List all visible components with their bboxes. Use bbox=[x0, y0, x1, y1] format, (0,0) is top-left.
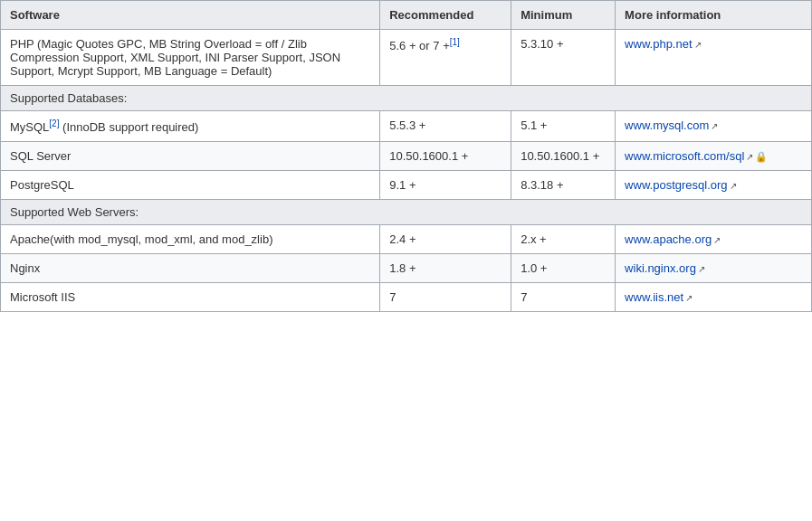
header-minimum: Minimum bbox=[511, 1, 616, 30]
table-row: SQL Server10.50.1600.1 +10.50.1600.1 +ww… bbox=[1, 142, 812, 171]
cell-minimum: 5.3.10 + bbox=[511, 30, 616, 86]
cell-software: Microsoft IIS bbox=[1, 283, 380, 312]
table-row: MySQL[2] (InnoDB support required)5.5.3 … bbox=[1, 111, 812, 142]
more-info-link[interactable]: www.php.net bbox=[625, 37, 701, 51]
cell-recommended: 7 bbox=[380, 283, 511, 312]
table-row: PHP (Magic Quotes GPC, MB String Overloa… bbox=[1, 30, 812, 86]
table-row: PostgreSQL9.1 +8.3.18 +www.postgresql.or… bbox=[1, 171, 812, 200]
requirements-table: Software Recommended Minimum More inform… bbox=[0, 0, 812, 312]
cell-more-info: www.microsoft.com/sql bbox=[616, 142, 812, 171]
cell-software: SQL Server bbox=[1, 142, 380, 171]
table-row: Nginx1.8 +1.0 +wiki.nginx.org bbox=[1, 254, 812, 283]
cell-more-info: www.php.net bbox=[616, 30, 812, 86]
header-recommended: Recommended bbox=[380, 1, 511, 30]
cell-recommended: 5.6 + or 7 +[1] bbox=[380, 30, 511, 86]
header-software: Software bbox=[1, 1, 380, 30]
more-info-link[interactable]: www.mysql.com bbox=[625, 118, 718, 132]
lock-icon bbox=[753, 149, 768, 163]
more-info-link[interactable]: www.apache.org bbox=[625, 232, 721, 246]
software-extra: (InnoDB support required) bbox=[59, 120, 198, 134]
header-more-info: More information bbox=[616, 1, 812, 30]
more-info-link[interactable]: www.postgresql.org bbox=[625, 178, 736, 192]
section-header-label: Supported Databases: bbox=[1, 86, 812, 111]
software-name: MySQL bbox=[10, 120, 49, 134]
cell-more-info: www.mysql.com bbox=[616, 111, 812, 142]
cell-more-info: www.postgresql.org bbox=[616, 171, 812, 200]
cell-software: MySQL[2] (InnoDB support required) bbox=[1, 111, 380, 142]
cell-software: Nginx bbox=[1, 254, 380, 283]
cell-minimum: 2.x + bbox=[511, 225, 616, 254]
section-header-row: Supported Web Servers: bbox=[1, 200, 812, 225]
cell-more-info: wiki.nginx.org bbox=[616, 254, 812, 283]
recommended-sup: [1] bbox=[450, 37, 460, 47]
cell-minimum: 10.50.1600.1 + bbox=[511, 142, 616, 171]
cell-software: Apache(with mod_mysql, mod_xml, and mod_… bbox=[1, 225, 380, 254]
table-row: Microsoft IIS77www.iis.net bbox=[1, 283, 812, 312]
more-info-link[interactable]: www.iis.net bbox=[625, 290, 693, 304]
cell-minimum: 1.0 + bbox=[511, 254, 616, 283]
cell-recommended: 5.5.3 + bbox=[380, 111, 511, 142]
table-row: Apache(with mod_mysql, mod_xml, and mod_… bbox=[1, 225, 812, 254]
cell-software: PHP (Magic Quotes GPC, MB String Overloa… bbox=[1, 30, 380, 86]
cell-recommended: 2.4 + bbox=[380, 225, 511, 254]
cell-recommended: 1.8 + bbox=[380, 254, 511, 283]
cell-minimum: 5.1 + bbox=[511, 111, 616, 142]
section-header-label: Supported Web Servers: bbox=[1, 200, 812, 225]
software-sup: [2] bbox=[49, 118, 59, 128]
cell-more-info: www.iis.net bbox=[616, 283, 812, 312]
cell-recommended: 9.1 + bbox=[380, 171, 511, 200]
cell-more-info: www.apache.org bbox=[616, 225, 812, 254]
cell-minimum: 8.3.18 + bbox=[511, 171, 616, 200]
section-header-row: Supported Databases: bbox=[1, 86, 812, 111]
more-info-link[interactable]: wiki.nginx.org bbox=[625, 261, 705, 275]
cell-recommended: 10.50.1600.1 + bbox=[380, 142, 511, 171]
cell-minimum: 7 bbox=[511, 283, 616, 312]
cell-software: PostgreSQL bbox=[1, 171, 380, 200]
more-info-link[interactable]: www.microsoft.com/sql bbox=[625, 149, 753, 163]
